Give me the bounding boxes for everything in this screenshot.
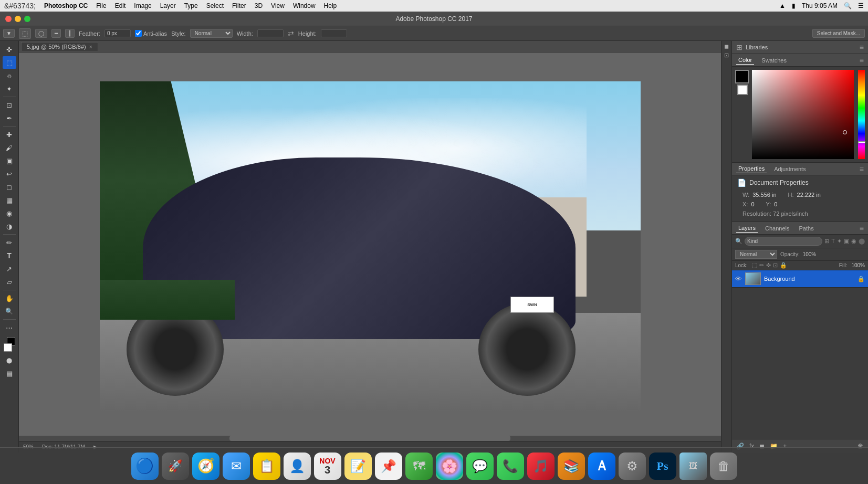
screen-mode-btn[interactable]: ▤: [3, 367, 16, 380]
background-swatch[interactable]: [737, 85, 748, 95]
notification-icon[interactable]: ☰: [858, 2, 864, 9]
document-tab[interactable]: 5.jpg @ 50% (RGB/8#) ×: [21, 42, 98, 51]
dock-photos[interactable]: 🌸: [436, 453, 463, 480]
lasso-tool[interactable]: ⌾: [3, 69, 16, 82]
menu-select[interactable]: Select: [206, 2, 224, 9]
swap-icon[interactable]: ⇄: [288, 29, 294, 38]
mini-tool-1[interactable]: ◼: [724, 43, 729, 50]
tab-close-button[interactable]: ×: [89, 44, 92, 50]
mini-tool-2[interactable]: ⊡: [724, 52, 729, 59]
healing-tool[interactable]: ✚: [3, 128, 16, 141]
single-col-btn[interactable]: ┃: [65, 29, 75, 38]
elliptical-btn[interactable]: ◯: [35, 29, 47, 38]
lock-transparent-icon[interactable]: ⬚: [752, 262, 757, 269]
filter-effect-icon[interactable]: ✦: [837, 238, 842, 245]
tab-color[interactable]: Color: [736, 56, 754, 65]
layer-item-background[interactable]: 👁 Background 🔒: [732, 270, 868, 288]
hand-tool[interactable]: ✋: [3, 292, 16, 304]
tab-swatches[interactable]: Swatches: [759, 56, 789, 65]
dock-appstore[interactable]: Ａ: [588, 453, 615, 480]
fill-value[interactable]: 100%: [851, 262, 865, 268]
quick-mask-btn[interactable]: ⬤: [3, 354, 16, 366]
color-spectrum[interactable]: [752, 70, 854, 159]
lock-image-icon[interactable]: ✏: [759, 262, 764, 269]
dock-facetime[interactable]: 📞: [497, 453, 524, 480]
libraries-menu-btn[interactable]: ≡: [860, 43, 864, 51]
dock-trash[interactable]: 🗑: [710, 453, 737, 480]
color-rainbow-bar[interactable]: [858, 70, 865, 159]
brush-tool[interactable]: 🖌: [3, 141, 16, 154]
dock-system-preferences[interactable]: ⚙: [619, 453, 646, 480]
filter-smart-icon[interactable]: ◉: [851, 238, 856, 245]
maximize-button[interactable]: [24, 16, 30, 22]
width-input[interactable]: [257, 29, 284, 37]
tab-channels[interactable]: Channels: [763, 224, 791, 233]
pen-tool[interactable]: ✏: [3, 236, 16, 249]
anti-alias-checkbox[interactable]: [135, 30, 142, 37]
menu-type[interactable]: Type: [184, 2, 198, 9]
style-select[interactable]: Normal Fixed Ratio Fixed Size: [190, 29, 233, 38]
menu-file[interactable]: File: [96, 2, 106, 9]
dodge-tool[interactable]: ◑: [3, 220, 16, 233]
canvas-wrapper[interactable]: SWN: [19, 52, 721, 441]
shape-tool[interactable]: ▱: [3, 276, 16, 288]
dock-maps[interactable]: 🗺: [405, 453, 433, 480]
crop-tool[interactable]: ⊡: [3, 99, 16, 111]
layer-kind-filter[interactable]: [745, 237, 822, 246]
path-select-tool[interactable]: ↗: [3, 262, 16, 275]
dock-books[interactable]: 📚: [558, 453, 585, 480]
lock-all-icon[interactable]: 🔒: [780, 262, 787, 269]
filter-toggle-icon[interactable]: ⬤: [859, 238, 865, 245]
marquee-tool[interactable]: ⬚: [3, 56, 16, 69]
blend-mode-select[interactable]: Normal Multiply Screen: [735, 250, 777, 259]
height-input[interactable]: [321, 29, 347, 37]
apple-menu-icon[interactable]: &#63743;: [4, 2, 36, 10]
foreground-swatch[interactable]: [735, 70, 749, 83]
eyedropper-tool[interactable]: ✒: [3, 112, 16, 124]
spotlight-icon[interactable]: 🔍: [844, 2, 852, 9]
layers-menu-btn[interactable]: ≡: [860, 224, 864, 233]
dock-contacts[interactable]: 👤: [284, 453, 311, 480]
dock-launchpad[interactable]: 🚀: [162, 453, 189, 480]
tab-layers[interactable]: Layers: [736, 224, 758, 233]
layer-visibility-eye[interactable]: 👁: [735, 275, 742, 283]
type-tool[interactable]: T: [3, 249, 16, 262]
select-mask-button[interactable]: Select and Mask...: [812, 29, 865, 38]
filter-color-icon[interactable]: ▣: [844, 238, 849, 245]
history-brush-tool[interactable]: ↩: [3, 167, 16, 180]
dock-finder[interactable]: 🔵: [131, 453, 159, 480]
zoom-tool[interactable]: 🔍: [3, 305, 16, 318]
dock-stickies[interactable]: 📝: [344, 453, 372, 480]
move-tool[interactable]: ✜: [3, 43, 16, 56]
dock-messages[interactable]: 💬: [466, 453, 494, 480]
color-spectrum-marker[interactable]: [843, 130, 847, 134]
menu-filter[interactable]: Filter: [232, 2, 246, 9]
dock-reminders[interactable]: 📌: [375, 453, 402, 480]
tool-preset-button[interactable]: ▼: [3, 29, 15, 38]
tab-paths[interactable]: Paths: [797, 224, 816, 233]
color-panel-menu[interactable]: ≡: [860, 56, 864, 65]
horizontal-scrollbar[interactable]: [19, 436, 721, 441]
menu-window[interactable]: Window: [293, 2, 316, 9]
canvas-image[interactable]: SWN: [100, 81, 641, 412]
blur-tool[interactable]: ◉: [3, 207, 16, 219]
dock-mail[interactable]: ✉: [223, 453, 250, 480]
tab-adjustments[interactable]: Adjustments: [772, 165, 808, 173]
menu-help[interactable]: Help: [324, 2, 337, 9]
props-menu-btn[interactable]: ≡: [860, 165, 864, 173]
stamp-tool[interactable]: ▣: [3, 154, 16, 167]
menu-layer[interactable]: Layer: [160, 2, 176, 9]
single-row-btn[interactable]: ━: [51, 29, 61, 38]
menu-view[interactable]: View: [271, 2, 285, 9]
menu-image[interactable]: Image: [134, 2, 151, 9]
close-button[interactable]: [5, 16, 12, 22]
dock-notes[interactable]: 📋: [253, 453, 280, 480]
dock-music[interactable]: 🎵: [527, 453, 555, 480]
tab-properties[interactable]: Properties: [736, 164, 767, 173]
gradient-tool[interactable]: ▦: [3, 194, 16, 206]
extra-tool-1[interactable]: ⋯: [3, 321, 16, 334]
rectangular-marquee-btn[interactable]: ⬚: [19, 28, 31, 39]
lock-artboard-icon[interactable]: ⊡: [773, 262, 778, 269]
lock-position-icon[interactable]: ✜: [766, 262, 771, 269]
rainbow-marker[interactable]: [858, 141, 865, 143]
